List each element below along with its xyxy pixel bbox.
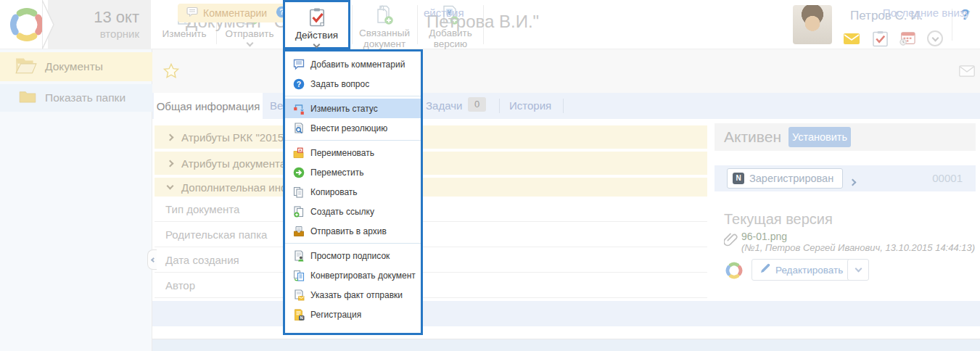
app-logo-icon[interactable]	[9, 7, 45, 43]
chevron-right-icon	[167, 160, 174, 167]
menu-item-label: Переместить	[310, 168, 364, 178]
chevron-down-icon	[167, 183, 174, 190]
chevron-right-icon[interactable]	[850, 175, 855, 188]
chevron-circle-icon[interactable]	[927, 30, 943, 46]
copy-icon	[292, 186, 305, 198]
mark-sent-icon	[292, 289, 305, 301]
menu-item-registration[interactable]: N Регистрация	[285, 305, 421, 324]
sidebar: Документы Показать папки	[0, 49, 152, 351]
tab-tasks[interactable]: Задачи	[426, 99, 462, 112]
menu-item-label: Создать ссылку	[310, 207, 374, 217]
comment-icon	[186, 7, 198, 20]
menu-item-rename[interactable]: Переименовать	[285, 143, 421, 162]
menu-item-change-status[interactable]: Изменить статус	[285, 99, 421, 118]
registered-button[interactable]: N Зарегистрирован	[727, 168, 843, 189]
section-label: Атрибуты документа	[181, 157, 286, 170]
tabs-bar: Общая информация Вер Задачи 0 История	[152, 93, 980, 119]
all-actions-filter[interactable]: ействия	[424, 7, 464, 19]
section-rkk-attributes[interactable]: Атрибуты РКК "2015	[155, 125, 707, 149]
convert-document-icon	[292, 269, 305, 281]
archive-icon	[292, 225, 305, 237]
section-document-attributes[interactable]: Атрибуты документа	[155, 152, 707, 175]
move-icon	[292, 166, 305, 178]
registered-button-label: Зарегистрирован	[749, 173, 833, 184]
calendar-icon[interactable]	[899, 30, 915, 46]
tasks-icon[interactable]	[872, 30, 888, 46]
menu-item-label: Указать факт отправки	[310, 290, 403, 300]
chevron-down-icon	[313, 41, 321, 49]
set-status-button[interactable]: Установить	[788, 127, 851, 147]
tasks-count-badge: 0	[468, 97, 486, 112]
tab-history[interactable]: История	[509, 99, 551, 112]
menu-item-ask-question[interactable]: ? Задать вопрос	[285, 74, 421, 94]
mail-icon[interactable]	[844, 30, 860, 46]
menu-item-label: Внести резолюцию	[310, 123, 387, 133]
related-document-icon	[374, 4, 395, 26]
view-subscriptions-icon	[292, 249, 305, 262]
field-parent-folder: Родительская папка	[155, 222, 707, 247]
feed-filter-bar	[152, 301, 980, 326]
current-date: 13 окт вторник	[48, 0, 151, 49]
pencil-icon	[759, 263, 771, 277]
field-document-type: Тип документа	[155, 197, 707, 222]
section-label: Дополнительная инф	[181, 181, 289, 194]
version-menu-button[interactable]	[847, 259, 869, 281]
toolbar-button-label: документ	[363, 38, 405, 49]
menu-item-create-link[interactable]: Создать ссылку	[285, 202, 421, 221]
field-label: Дата создания	[165, 254, 239, 266]
date-day: 13 окт	[48, 8, 139, 27]
menu-item-label: Добавить комментарий	[310, 59, 405, 70]
edit-version-button[interactable]: Редактировать	[752, 259, 851, 281]
sidebar-item-show-folders[interactable]: Показать папки	[0, 84, 152, 112]
sidebar-collapse-handle[interactable]	[147, 249, 157, 270]
menu-item-send-to-archive[interactable]: Отправить в архив	[285, 221, 421, 241]
toolbar-button-label: Связанный	[359, 28, 410, 38]
favorite-star-icon[interactable]	[162, 62, 180, 83]
toolbar-button-label: Действия	[295, 30, 338, 41]
comments-filter-button[interactable]: Комментарии	[178, 4, 276, 22]
menu-item-copy[interactable]: Копировать	[285, 182, 421, 202]
menu-separator	[285, 96, 421, 96]
chevron-down-icon	[246, 40, 253, 47]
field-label: Родительская папка	[165, 228, 267, 241]
tab-general-info[interactable]: Общая информация	[154, 93, 263, 119]
rename-icon	[292, 146, 305, 159]
avatar[interactable]	[793, 5, 832, 44]
document-title-row	[152, 49, 980, 93]
sidebar-item-label: Документы	[45, 60, 103, 73]
version-file-link[interactable]: 96-01.png	[741, 231, 787, 242]
menu-item-mark-sent[interactable]: Указать факт отправки	[285, 285, 421, 305]
section-additional-info[interactable]: Дополнительная инф	[155, 178, 707, 197]
tab-divider	[499, 99, 500, 113]
toolbar-divider	[417, 5, 418, 44]
chevron-divider	[42, 0, 58, 49]
menu-item-add-resolution[interactable]: Внести резолюцию	[285, 118, 421, 138]
folder-icon	[19, 90, 36, 106]
chevron-right-icon	[167, 133, 174, 141]
current-version-title: Текущая версия	[724, 211, 833, 228]
sort-order-toggle[interactable]: Последние внизу	[883, 7, 970, 19]
menu-item-move[interactable]: Переместить	[285, 162, 421, 182]
sidebar-item-documents[interactable]: Документы	[0, 52, 152, 81]
related-document-button[interactable]: Связанный документ	[353, 0, 416, 49]
svg-text:?: ?	[296, 79, 300, 88]
menu-item-label: Копировать	[310, 187, 358, 197]
status-row: Активен Установить	[715, 123, 976, 151]
add-comment-icon	[292, 58, 305, 70]
menu-item-label: Просмотр подписок	[310, 251, 390, 261]
menu-item-label: Отправить в архив	[310, 226, 387, 236]
menu-item-add-comment[interactable]: Добавить комментарий	[285, 54, 421, 74]
menu-item-view-subscriptions[interactable]: Просмотр подписок	[285, 246, 421, 265]
resolution-icon	[292, 122, 305, 134]
filter-button-label: Комментарии	[203, 7, 267, 19]
field-creation-date: Дата создания	[155, 247, 707, 273]
actions-button[interactable]: Действия	[283, 0, 350, 49]
ask-question-icon: ?	[292, 78, 305, 90]
app-window: 13 окт вторник Изменить Отправить Действ	[0, 0, 980, 351]
envelope-icon[interactable]	[959, 65, 975, 80]
create-link-icon	[292, 205, 305, 218]
actions-clipboard-icon	[306, 6, 328, 28]
menu-item-convert-document[interactable]: Конвертировать документ	[285, 265, 421, 285]
date-weekday: вторник	[48, 27, 139, 41]
app-logo-icon	[725, 262, 743, 279]
